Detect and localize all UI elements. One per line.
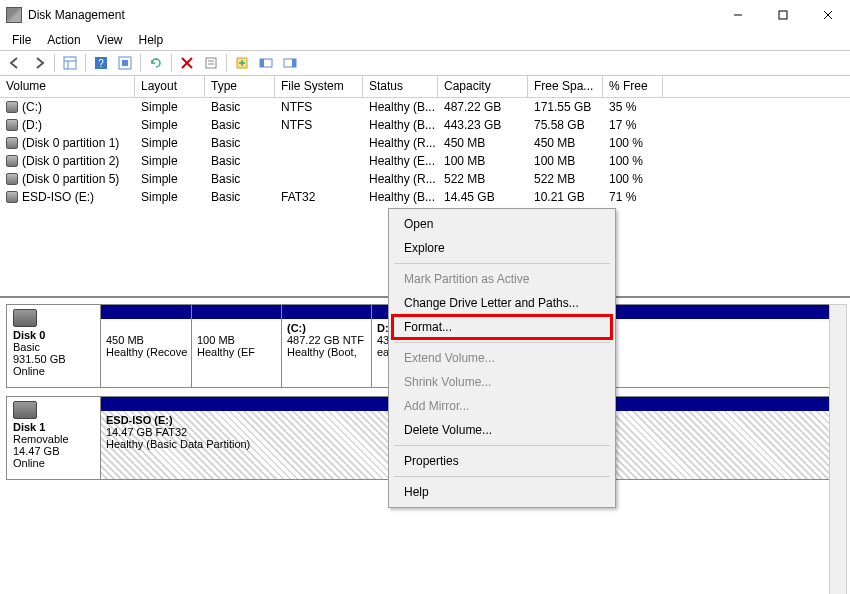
col-spacer (663, 76, 850, 98)
menu-view[interactable]: View (89, 32, 131, 48)
volume-fs (275, 160, 363, 162)
disk-1-size: 14.47 GB (13, 445, 94, 457)
disk-0-partition-0[interactable]: 450 MBHealthy (Recove (101, 305, 191, 387)
volume-free: 10.21 GB (528, 189, 603, 205)
volume-fs: NTFS (275, 99, 363, 115)
volume-capacity: 14.45 GB (438, 189, 528, 205)
toolbar-icon-2[interactable] (255, 52, 277, 74)
col-pctfree[interactable]: % Free (603, 76, 663, 98)
col-filesystem[interactable]: File System (275, 76, 363, 98)
volume-name: (Disk 0 partition 5) (0, 171, 135, 187)
volume-name: ESD-ISO (E:) (0, 189, 135, 205)
delete-icon[interactable] (176, 52, 198, 74)
col-type[interactable]: Type (205, 76, 275, 98)
help-icon[interactable]: ? (90, 52, 112, 74)
toolbar-view-icon[interactable] (59, 52, 81, 74)
properties-icon[interactable] (200, 52, 222, 74)
volume-name: (Disk 0 partition 1) (0, 135, 135, 151)
volume-status: Healthy (R... (363, 171, 438, 187)
titlebar: Disk Management (0, 0, 850, 30)
col-status[interactable]: Status (363, 76, 438, 98)
volume-free: 171.55 GB (528, 99, 603, 115)
disk-1-state: Online (13, 457, 94, 469)
ctx-mirror: Add Mirror... (392, 394, 612, 418)
ctx-shrink: Shrink Volume... (392, 370, 612, 394)
ctx-delete[interactable]: Delete Volume... (392, 418, 612, 442)
volume-layout: Simple (135, 189, 205, 205)
forward-button[interactable] (28, 52, 50, 74)
partition-size: 100 MB (197, 334, 235, 346)
ctx-open[interactable]: Open (392, 212, 612, 236)
col-free[interactable]: Free Spa... (528, 76, 603, 98)
volume-pct: 100 % (603, 171, 663, 187)
menu-help[interactable]: Help (131, 32, 172, 48)
volume-free: 522 MB (528, 171, 603, 187)
volume-row[interactable]: ESD-ISO (E:)SimpleBasicFAT32Healthy (B..… (0, 188, 850, 206)
disk-0-partition-1[interactable]: 100 MBHealthy (EF (191, 305, 281, 387)
volume-layout: Simple (135, 153, 205, 169)
toolbar-icon-3[interactable] (279, 52, 301, 74)
volume-type: Basic (205, 117, 275, 133)
volume-type: Basic (205, 153, 275, 169)
partition-size: 450 MB (106, 334, 144, 346)
volume-layout: Simple (135, 135, 205, 151)
disk-0-partition-2[interactable]: (C:)487.22 GB NTFHealthy (Boot, (281, 305, 371, 387)
menu-action[interactable]: Action (39, 32, 88, 48)
volume-name: (D:) (0, 117, 135, 133)
volume-fs (275, 178, 363, 180)
ctx-change-letter[interactable]: Change Drive Letter and Paths... (392, 291, 612, 315)
volume-pct: 71 % (603, 189, 663, 205)
disk-0-title: Disk 0 (13, 329, 94, 341)
svg-rect-18 (260, 59, 264, 67)
volume-fs (275, 142, 363, 144)
disk-0-state: Online (13, 365, 94, 377)
partition-size: 14.47 GB FAT32 (106, 426, 187, 438)
volume-free: 450 MB (528, 135, 603, 151)
maximize-button[interactable] (760, 0, 805, 30)
volume-pct: 17 % (603, 117, 663, 133)
ctx-properties[interactable]: Properties (392, 449, 612, 473)
volume-name: (Disk 0 partition 2) (0, 153, 135, 169)
back-button[interactable] (4, 52, 26, 74)
svg-text:?: ? (98, 58, 104, 69)
svg-rect-10 (122, 60, 128, 66)
disk-0-label: Disk 0 Basic 931.50 GB Online (7, 305, 101, 387)
volume-row[interactable]: (D:)SimpleBasicNTFSHealthy (B...443.23 G… (0, 116, 850, 134)
partition-status: Healthy (Basic Data Partition) (106, 438, 250, 450)
toolbar: ? (0, 50, 850, 76)
volume-icon (6, 155, 18, 167)
svg-rect-20 (292, 59, 296, 67)
ctx-format[interactable]: Format... (392, 315, 612, 339)
menu-file[interactable]: File (4, 32, 39, 48)
col-volume[interactable]: Volume (0, 76, 135, 98)
ctx-help[interactable]: Help (392, 480, 612, 504)
volume-status: Healthy (B... (363, 99, 438, 115)
volume-capacity: 487.22 GB (438, 99, 528, 115)
volume-status: Healthy (R... (363, 135, 438, 151)
volume-row[interactable]: (Disk 0 partition 2)SimpleBasicHealthy (… (0, 152, 850, 170)
disk-1-label: Disk 1 Removable 14.47 GB Online (7, 397, 101, 479)
volume-type: Basic (205, 99, 275, 115)
refresh-icon[interactable] (145, 52, 167, 74)
volume-type: Basic (205, 135, 275, 151)
col-capacity[interactable]: Capacity (438, 76, 528, 98)
disk-icon (13, 401, 37, 419)
svg-rect-4 (64, 57, 76, 69)
volume-type: Basic (205, 171, 275, 187)
menubar: File Action View Help (0, 30, 850, 50)
ctx-extend: Extend Volume... (392, 346, 612, 370)
volume-row[interactable]: (Disk 0 partition 1)SimpleBasicHealthy (… (0, 134, 850, 152)
toolbar-icon-1[interactable] (231, 52, 253, 74)
volume-name: (C:) (0, 99, 135, 115)
minimize-button[interactable] (715, 0, 760, 30)
col-layout[interactable]: Layout (135, 76, 205, 98)
ctx-explore[interactable]: Explore (392, 236, 612, 260)
close-button[interactable] (805, 0, 850, 30)
volume-row[interactable]: (Disk 0 partition 5)SimpleBasicHealthy (… (0, 170, 850, 188)
settings-icon[interactable] (114, 52, 136, 74)
volume-pct: 35 % (603, 99, 663, 115)
volume-row[interactable]: (C:)SimpleBasicNTFSHealthy (B...487.22 G… (0, 98, 850, 116)
volume-icon (6, 191, 18, 203)
partition-status: Healthy (Boot, (287, 346, 357, 358)
volume-status: Healthy (B... (363, 117, 438, 133)
